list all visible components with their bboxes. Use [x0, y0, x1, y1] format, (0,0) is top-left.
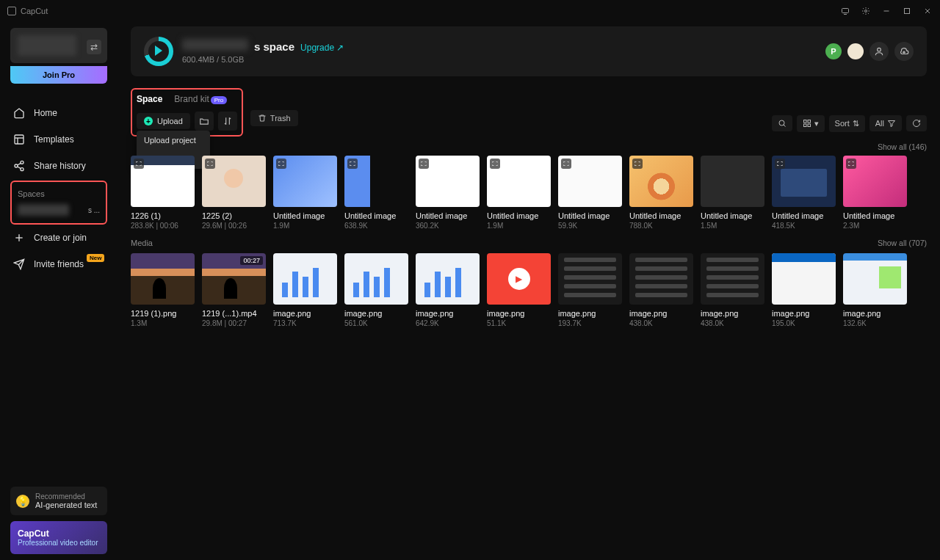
thumbnail[interactable] — [701, 156, 764, 207]
avatar-initial[interactable]: P — [825, 43, 842, 59]
window-close-icon[interactable] — [922, 6, 933, 16]
thumbnail[interactable]: 00:27 — [202, 253, 266, 305]
plus-icon — [13, 232, 25, 244]
thumbnail[interactable] — [131, 253, 195, 305]
media-card[interactable]: image.png438.0K — [629, 253, 693, 327]
media-card[interactable]: ⛶Untitled image2.3M — [843, 156, 907, 230]
thumbnail[interactable]: ⛶ — [772, 156, 836, 207]
thumbnail[interactable]: ⛶ — [558, 156, 622, 207]
media-card[interactable]: Untitled image1.5M — [701, 156, 764, 230]
nav-create-label: Create or join — [34, 233, 87, 243]
trash-button[interactable]: Trash — [250, 110, 298, 126]
media-card[interactable]: image.png195.0K — [772, 253, 836, 327]
card-meta: 29.6M | 00:26 — [202, 222, 266, 230]
nav-create-or-join[interactable]: Create or join — [10, 225, 107, 251]
upgrade-link[interactable]: Upgrade ↗ — [300, 43, 344, 53]
lock-badge-icon: ⛶ — [561, 159, 571, 169]
card-title: image.png — [701, 309, 764, 318]
svg-rect-6 — [15, 135, 24, 144]
media-card[interactable]: ⛶Untitled image1.9M — [487, 156, 551, 230]
media-card[interactable]: ⛶1225 (2)29.6M | 00:26 — [202, 156, 266, 230]
space-item[interactable]: s ... — [15, 201, 103, 219]
window-maximize-icon[interactable] — [902, 6, 912, 16]
members-button[interactable] — [870, 42, 889, 61]
refresh-button[interactable] — [906, 115, 927, 131]
media-card[interactable]: 00:271219 (...1).mp429.8M | 00:27 — [202, 253, 266, 327]
media-card[interactable]: ⛶Untitled image418.5K — [772, 156, 836, 230]
thumbnail[interactable]: ⛶ — [344, 156, 408, 207]
media-card[interactable]: image.png193.7K — [558, 253, 622, 327]
thumbnail[interactable] — [416, 253, 480, 305]
sort-dir-button[interactable] — [218, 112, 237, 131]
svg-line-13 — [18, 167, 21, 169]
thumbnail[interactable] — [344, 253, 408, 305]
titlebar-brand: CapCut — [7, 7, 48, 15]
thumbnail[interactable] — [273, 253, 337, 305]
lock-badge-icon: ⛶ — [347, 159, 358, 169]
thumbnail[interactable] — [701, 253, 764, 305]
media-card[interactable]: image.png713.7K — [273, 253, 337, 327]
thumbnail[interactable]: ⛶ — [487, 156, 551, 207]
nav-home[interactable]: Home — [10, 100, 107, 126]
nav-templates[interactable]: Templates — [10, 126, 107, 153]
thumbnail[interactable]: ⛶ — [416, 156, 480, 207]
window-minimize-icon[interactable] — [881, 6, 892, 16]
media-card[interactable]: 1219 (1).png1.3M — [131, 253, 195, 327]
card-title: Untitled image — [558, 211, 622, 220]
media-card[interactable]: image.png438.0K — [701, 253, 764, 327]
media-card[interactable]: ⛶Untitled image360.2K — [416, 156, 480, 230]
nav-share-history[interactable]: Share history — [10, 153, 107, 179]
nav-invite-friends[interactable]: Invite friends New — [10, 251, 107, 277]
tab-space[interactable]: Space — [137, 92, 162, 106]
media-card[interactable]: ⛶1226 (1)283.8K | 00:06 — [131, 156, 195, 230]
search-button[interactable] — [772, 115, 792, 131]
pro-badge: Pro — [211, 96, 227, 104]
thumbnail[interactable] — [558, 253, 622, 305]
share-icon — [13, 160, 25, 172]
showall-media[interactable]: Show all (707) — [878, 239, 927, 247]
card-meta: 1.9M — [487, 222, 551, 230]
grid-view-button[interactable]: ▾ — [797, 115, 825, 132]
avatar-user[interactable] — [847, 43, 864, 59]
card-meta: 438.0K — [701, 319, 764, 327]
space-logo — [144, 37, 173, 66]
media-card[interactable]: image.png642.9K — [416, 253, 480, 327]
tab-brand-kit[interactable]: Brand kitPro — [174, 92, 227, 106]
media-card[interactable]: image.png132.6K — [843, 253, 907, 327]
app-logo-icon — [7, 7, 16, 15]
swap-icon[interactable]: ⇄ — [87, 40, 101, 54]
filter-all-button[interactable]: All — [870, 115, 902, 131]
media-card[interactable]: ▶image.png51.1K — [487, 253, 551, 327]
cloud-button[interactable] — [894, 42, 914, 61]
card-meta: 1.9M — [273, 222, 337, 230]
thumbnail[interactable]: ⛶ — [273, 156, 337, 207]
thumbnail[interactable]: ⛶ — [131, 156, 195, 207]
thumbnail[interactable]: ▶ — [487, 253, 551, 305]
thumbnail[interactable]: ⛶ — [843, 156, 907, 207]
media-card[interactable]: ⛶Untitled image1.9M — [273, 156, 337, 230]
card-title: Untitled image — [344, 211, 408, 220]
upload-project-option[interactable]: Upload project — [137, 131, 210, 150]
media-card[interactable]: image.png561.0K — [344, 253, 408, 327]
showall-top[interactable]: Show all (146) — [878, 142, 927, 151]
tabs-highlight: Space Brand kitPro + Upload — [131, 88, 243, 137]
folder-button[interactable] — [195, 112, 214, 131]
lightbulb-icon: 💡 — [16, 495, 29, 508]
sort-button[interactable]: Sort ⇅ — [829, 115, 865, 132]
thumbnail[interactable] — [843, 253, 907, 305]
media-card[interactable]: ⛶Untitled image638.9K — [344, 156, 408, 230]
profile-box[interactable]: ⇄ — [10, 28, 107, 63]
thumbnail[interactable] — [772, 253, 836, 305]
feedback-icon[interactable] — [840, 6, 850, 16]
promo-box[interactable]: CapCut Professional video editor — [10, 521, 107, 554]
media-card[interactable]: ⛶Untitled image788.0K — [629, 156, 693, 230]
join-pro-button[interactable]: Join Pro — [10, 66, 107, 84]
upload-button[interactable]: + Upload — [137, 113, 190, 129]
media-card[interactable]: ⛶Untitled image59.9K — [558, 156, 622, 230]
thumbnail[interactable] — [629, 253, 693, 305]
thumbnail[interactable]: ⛶ — [629, 156, 693, 207]
settings-icon[interactable] — [861, 6, 871, 16]
recommended-box[interactable]: 💡 Recommended AI-generated text — [10, 487, 107, 515]
thumbnail[interactable]: ⛶ — [202, 156, 266, 207]
media-section-label: Media — [131, 239, 153, 247]
